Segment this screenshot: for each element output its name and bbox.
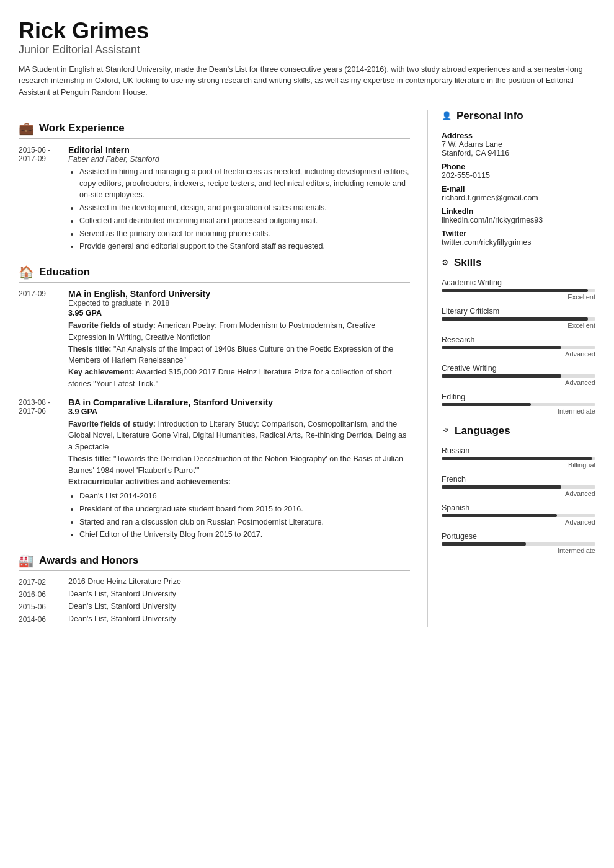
email-label: E-mail	[442, 185, 595, 193]
personal-info-items: Address 7 W. Adams LaneStanford, CA 9411…	[442, 131, 595, 247]
languages-title: Languages	[455, 425, 510, 437]
skill-research: Research Advanced	[442, 335, 595, 358]
education-title: Education	[39, 266, 90, 278]
address-label: Address	[442, 131, 595, 140]
languages-header: 🏳 Languages	[442, 425, 595, 440]
personal-address: Address 7 W. Adams LaneStanford, CA 9411…	[442, 131, 595, 157]
lang-level-russian: Billingual	[442, 461, 595, 469]
skill-level-creative-writing: Advanced	[442, 379, 595, 386]
skills-items: Academic Writing Excellent Literary Crit…	[442, 278, 595, 415]
twitter-label: Twitter	[442, 229, 595, 238]
work-experience-entries: 2015-06 -2017-09 Editorial Intern Faber …	[19, 145, 410, 254]
awards-entries: 2017-02 2016 Drue Heinz Literature Prize…	[19, 577, 410, 624]
languages-items: Russian Billingual French Advanced Spani…	[442, 446, 595, 554]
briefcase-icon: 💼	[19, 121, 34, 136]
lang-bar-bg-portugese	[442, 542, 595, 546]
twitter-value: twitter.com/rickyfillygrimes	[442, 238, 595, 247]
edu-details-1: Favorite fields of study: American Poetr…	[68, 320, 410, 390]
award-desc-3: Dean's List, Stanford University	[68, 602, 410, 611]
skill-name-academic-writing: Academic Writing	[442, 278, 595, 287]
main-content: 💼 Work Experience 2015-06 -2017-09 Edito…	[19, 110, 595, 627]
skill-name-creative-writing: Creative Writing	[442, 364, 595, 373]
edu-date-2: 2013-08 -2017-06	[19, 397, 68, 542]
lang-spanish: Spanish Advanced	[442, 503, 595, 526]
candidate-summary: MA Student in English at Stanford Univer…	[19, 64, 595, 99]
award-entry-1: 2017-02 2016 Drue Heinz Literature Prize	[19, 577, 410, 587]
edu-entry-1: 2017-09 MA in English, Stanford Universi…	[19, 289, 410, 390]
edu-favorite-label-2: Favorite fields of study:	[68, 420, 156, 428]
award-desc-4: Dean's List, Stanford University	[68, 614, 410, 624]
skill-literary-criticism: Literary Criticism Excellent	[442, 307, 595, 329]
edu-thesis-value-1: "An Analysis of the Impact of 1940s Blue…	[68, 345, 393, 365]
work-title: Editorial Intern	[68, 145, 410, 155]
lang-level-portugese: Intermediate	[442, 547, 595, 554]
edu-content-2: BA in Comparative Litarature, Stanford U…	[68, 397, 410, 542]
award-date-3: 2015-06	[19, 602, 68, 611]
skill-bar-bg-creative-writing	[442, 374, 595, 378]
extracurricular-bullet: Chief Editor of the University Blog from…	[79, 529, 410, 541]
edu-expected-1: Expected to graduate in 2018	[68, 299, 410, 308]
lang-name-french: French	[442, 475, 595, 484]
work-entry: 2015-06 -2017-09 Editorial Intern Faber …	[19, 145, 410, 254]
work-content: Editorial Intern Faber and Faber, Stanfo…	[68, 145, 410, 254]
work-date: 2015-06 -2017-09	[19, 145, 68, 254]
lang-name-russian: Russian	[442, 446, 595, 455]
edu-degree-1: MA in English, Stanford University	[68, 289, 410, 299]
work-bullets: Assisted in hiring and managing a pool o…	[68, 166, 410, 252]
skill-name-research: Research	[442, 335, 595, 344]
work-bullet: Assisted in the development, design, and…	[79, 202, 410, 214]
lang-bar-fill-spanish	[442, 514, 557, 517]
edu-gpa-1: 3.95 GPA	[68, 309, 410, 317]
skill-bar-bg-research	[442, 346, 595, 349]
skill-level-academic-writing: Excellent	[442, 293, 595, 301]
skill-bar-bg-editing	[442, 403, 595, 406]
skill-bar-fill-research	[442, 346, 561, 349]
phone-label: Phone	[442, 162, 595, 171]
candidate-title: Junior Editorial Assistant	[19, 43, 595, 56]
address-value: 7 W. Adams LaneStanford, CA 94116	[442, 140, 595, 157]
left-column: 💼 Work Experience 2015-06 -2017-09 Edito…	[19, 110, 428, 627]
skill-editing: Editing Intermediate	[442, 392, 595, 415]
work-bullet: Collected and distributed incoming mail …	[79, 215, 410, 227]
award-date-2: 2016-06	[19, 590, 68, 599]
skill-bar-fill-academic-writing	[442, 289, 588, 292]
extracurricular-bullet: Started and ran a discussion club on Rus…	[79, 516, 410, 528]
skill-level-literary-criticism: Excellent	[442, 322, 595, 329]
award-date-4: 2014-06	[19, 614, 68, 624]
award-entry-2: 2016-06 Dean's List, Stanford University	[19, 590, 410, 599]
skill-level-research: Advanced	[442, 350, 595, 358]
lang-bar-fill-russian	[442, 457, 592, 460]
lang-bar-fill-french	[442, 485, 561, 489]
edu-extracurricular-bullets-2: Dean's List 2014-2016 President of the u…	[68, 490, 410, 541]
lang-level-spanish: Advanced	[442, 518, 595, 526]
skill-level-editing: Intermediate	[442, 407, 595, 415]
work-bullet: Provide general and editorial support to…	[79, 241, 410, 252]
awards-title: Awards and Honors	[39, 554, 138, 567]
skill-bar-bg-academic-writing	[442, 289, 595, 292]
email-value: richard.f.grimes@gmail.com	[442, 193, 595, 202]
lang-bar-bg-spanish	[442, 514, 595, 517]
work-experience-title: Work Experience	[39, 122, 125, 135]
lang-name-portugese: Portugese	[442, 532, 595, 541]
lang-name-spanish: Spanish	[442, 503, 595, 512]
award-date-1: 2017-02	[19, 577, 68, 587]
award-entry-3: 2015-06 Dean's List, Stanford University	[19, 602, 410, 611]
skill-academic-writing: Academic Writing Excellent	[442, 278, 595, 301]
edu-details-2: Favorite fields of study: Introduction t…	[68, 418, 410, 489]
extracurricular-bullet: Dean's List 2014-2016	[79, 490, 410, 502]
award-entry-4: 2014-06 Dean's List, Stanford University	[19, 614, 410, 624]
edu-extracurricular-label-2: Extracurricular activities and achieveme…	[68, 477, 231, 486]
person-icon: 👤	[442, 111, 452, 120]
skill-bar-fill-literary-criticism	[442, 317, 588, 321]
skill-bar-fill-creative-writing	[442, 374, 561, 378]
skills-header: ⚙ Skills	[442, 257, 595, 272]
personal-twitter: Twitter twitter.com/rickyfillygrimes	[442, 229, 595, 247]
resume-header: Rick Grimes Junior Editorial Assistant M…	[19, 19, 595, 99]
work-subtitle: Faber and Faber, Stanford	[68, 155, 410, 164]
edu-thesis-label-1: Thesis title:	[68, 345, 111, 353]
edu-key-label-1: Key achievement:	[68, 368, 134, 376]
skills-icon: ⚙	[442, 258, 449, 267]
lang-bar-bg-russian	[442, 457, 595, 460]
personal-linkedin: LinkedIn linkedin.com/in/rickygrimes93	[442, 207, 595, 224]
personal-phone: Phone 202-555-0115	[442, 162, 595, 180]
